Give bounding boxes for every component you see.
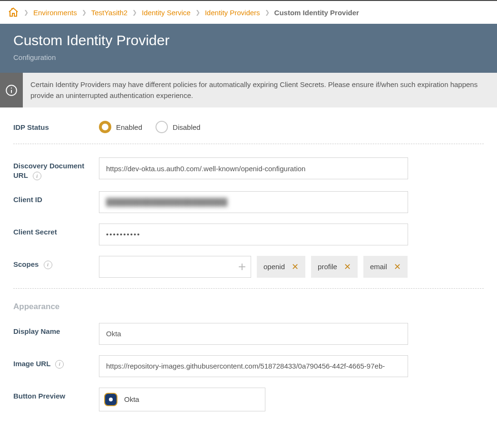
breadcrumb: ❯ Environments ❯ TestYasith2 ❯ Identity … bbox=[0, 0, 497, 24]
scope-chip-openid: openid ✕ bbox=[257, 256, 305, 278]
row-idp-status: IDP Status Enabled Disabled bbox=[13, 119, 484, 133]
label-idp-status: IDP Status bbox=[13, 119, 99, 132]
radio-label: Disabled bbox=[173, 123, 200, 131]
form-area: IDP Status Enabled Disabled Discovery Do… bbox=[0, 107, 497, 433]
scope-add-input[interactable]: + bbox=[99, 256, 251, 278]
client-id-value: ████████████████████████ bbox=[106, 198, 227, 206]
chevron-icon: ❯ bbox=[24, 9, 29, 16]
scope-chip-email: email ✕ bbox=[363, 256, 408, 278]
chevron-icon: ❯ bbox=[195, 9, 200, 16]
radio-group-idp-status: Enabled Disabled bbox=[99, 119, 484, 133]
client-id-input[interactable]: ████████████████████████ bbox=[99, 191, 408, 213]
breadcrumb-link[interactable]: Environments bbox=[33, 9, 77, 17]
scope-chip-label: email bbox=[370, 263, 387, 271]
info-icon bbox=[0, 73, 23, 107]
client-secret-input[interactable] bbox=[99, 224, 408, 245]
home-icon[interactable] bbox=[8, 7, 19, 18]
svg-point-3 bbox=[109, 398, 113, 401]
preview-badge-icon bbox=[104, 393, 117, 406]
label-client-secret: Client Secret bbox=[13, 224, 99, 237]
breadcrumb-current: Custom Identity Provider bbox=[274, 9, 359, 17]
scope-chip-profile: profile ✕ bbox=[311, 256, 358, 278]
divider bbox=[13, 288, 484, 289]
page-banner: Custom Identity Provider Configuration bbox=[0, 24, 497, 73]
divider bbox=[13, 144, 484, 144]
page-title: Custom Identity Provider bbox=[13, 32, 484, 49]
scope-chip-label: profile bbox=[318, 263, 337, 271]
info-text: Certain Identity Providers may have diff… bbox=[23, 73, 497, 107]
row-button-preview: Button Preview Okta bbox=[13, 388, 484, 411]
discovery-url-input[interactable] bbox=[99, 157, 408, 179]
radio-label: Enabled bbox=[116, 123, 142, 131]
radio-enabled[interactable]: Enabled bbox=[99, 121, 142, 133]
row-display-name: Display Name bbox=[13, 323, 484, 345]
info-tooltip-icon[interactable]: i bbox=[55, 360, 64, 369]
label-display-name: Display Name bbox=[13, 323, 99, 336]
breadcrumb-link[interactable]: TestYasith2 bbox=[91, 9, 127, 17]
section-appearance: Appearance bbox=[13, 302, 484, 312]
button-preview[interactable]: Okta bbox=[99, 388, 265, 411]
label-image-url: Image URL i bbox=[13, 355, 99, 369]
chevron-icon: ❯ bbox=[82, 9, 87, 16]
remove-scope-icon[interactable]: ✕ bbox=[292, 262, 299, 272]
chevron-icon: ❯ bbox=[265, 9, 270, 16]
breadcrumb-link[interactable]: Identity Service bbox=[142, 9, 191, 17]
row-client-secret: Client Secret bbox=[13, 224, 484, 245]
label-scopes: Scopes i bbox=[13, 256, 99, 269]
row-scopes: Scopes i + openid ✕ profile ✕ email ✕ bbox=[13, 256, 484, 278]
label-button-preview: Button Preview bbox=[13, 388, 99, 401]
row-discovery-url: Discovery Document URL i bbox=[13, 157, 484, 181]
row-client-id: Client ID ████████████████████████ bbox=[13, 191, 484, 213]
info-bar: Certain Identity Providers may have diff… bbox=[0, 73, 497, 107]
button-preview-text: Okta bbox=[124, 395, 139, 403]
chevron-icon: ❯ bbox=[132, 9, 137, 16]
info-tooltip-icon[interactable]: i bbox=[33, 172, 41, 180]
row-image-url: Image URL i bbox=[13, 355, 484, 377]
label-client-id: Client ID bbox=[13, 191, 99, 205]
page-subtitle: Configuration bbox=[13, 53, 484, 61]
breadcrumb-link[interactable]: Identity Providers bbox=[205, 9, 260, 17]
remove-scope-icon[interactable]: ✕ bbox=[394, 262, 401, 272]
display-name-input[interactable] bbox=[99, 323, 408, 345]
remove-scope-icon[interactable]: ✕ bbox=[344, 262, 351, 272]
radio-disabled[interactable]: Disabled bbox=[156, 121, 200, 133]
image-url-input[interactable] bbox=[99, 355, 408, 377]
radio-icon bbox=[156, 121, 168, 133]
scope-chip-label: openid bbox=[263, 263, 285, 271]
radio-icon bbox=[99, 121, 111, 133]
label-discovery-url: Discovery Document URL i bbox=[13, 157, 99, 181]
plus-icon: + bbox=[238, 259, 246, 274]
svg-point-2 bbox=[11, 88, 12, 88]
info-tooltip-icon[interactable]: i bbox=[44, 261, 52, 269]
